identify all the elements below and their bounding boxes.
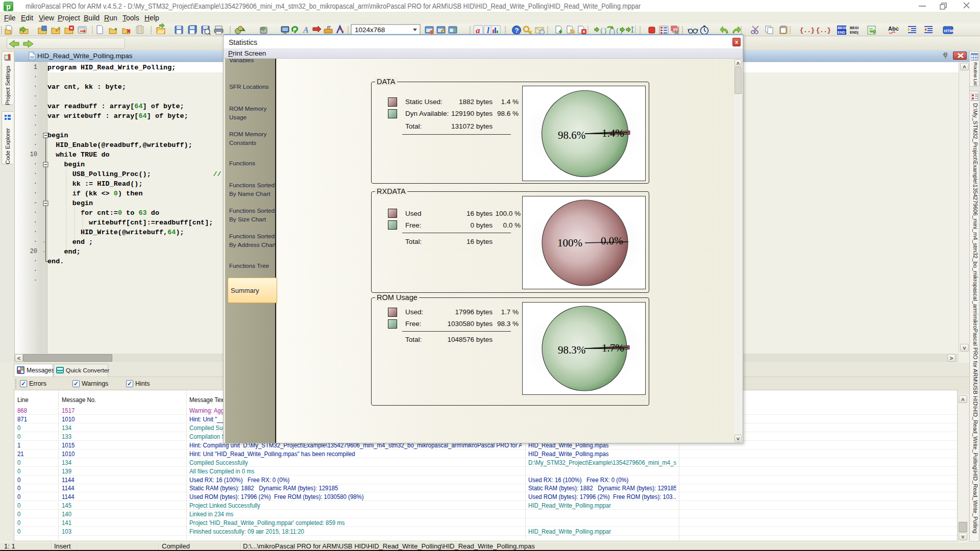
svg-text:(): ()	[600, 28, 607, 35]
svg-text:{..}: {..}	[800, 27, 815, 34]
svg-text:1024x768: 1024x768	[355, 26, 385, 34]
svg-text:BEGI: BEGI	[850, 26, 859, 30]
svg-text:END: END	[838, 31, 845, 34]
svg-text:p: p	[6, 3, 11, 11]
svg-text:A: A	[303, 26, 309, 34]
svg-text:END|: END|	[850, 31, 859, 35]
svg-text:{..}: {..}	[816, 27, 831, 34]
svg-text:?: ?	[515, 27, 519, 34]
svg-text:BEGI: BEGI	[838, 26, 846, 30]
svg-text:HTML: HTML	[944, 29, 955, 33]
